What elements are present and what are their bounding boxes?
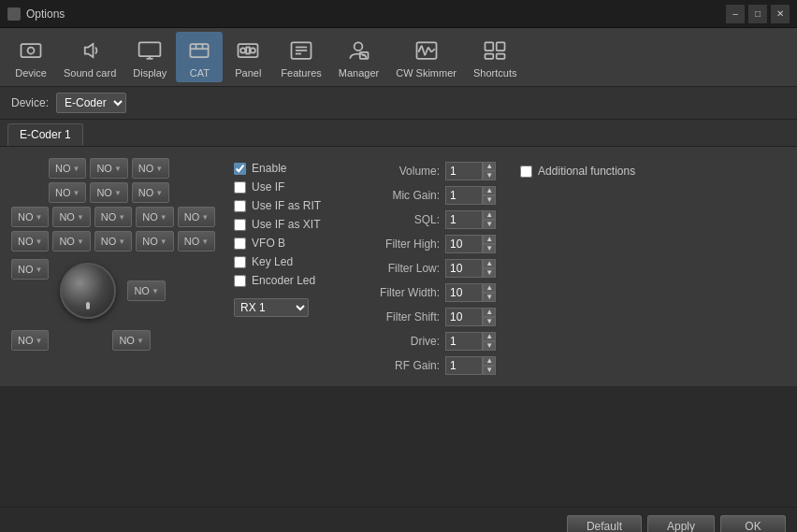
no-btn-1-3[interactable]: NO▼: [132, 158, 169, 179]
drive-down-btn[interactable]: ▼: [483, 341, 496, 351]
arrow-icon: ▼: [114, 165, 122, 173]
filter-width-spinbox: ▲ ▼: [445, 283, 496, 302]
no-btn-3-3[interactable]: NO▼: [136, 207, 173, 227]
filter-width-down-btn[interactable]: ▼: [483, 293, 496, 302]
filter-width-input[interactable]: [445, 283, 483, 302]
no-btn-4-1[interactable]: NO▼: [52, 231, 90, 252]
toolbar-item-features[interactable]: Features: [273, 32, 328, 82]
no-btn-4-0[interactable]: NO▼: [11, 231, 49, 252]
rf-gain-row: RF Gain: ▲ ▼: [365, 356, 635, 375]
encoder-led-row: Encoder Led: [234, 274, 346, 287]
no-btn-1-1[interactable]: NO▼: [49, 158, 86, 179]
filter-low-input[interactable]: [445, 259, 483, 278]
no-btn-4-3[interactable]: NO▼: [136, 231, 173, 252]
no-btn-5-r1[interactable]: NO▼: [127, 280, 165, 301]
use-if-checkbox[interactable]: [234, 181, 246, 194]
filter-high-input[interactable]: [445, 235, 483, 253]
svg-line-23: [425, 48, 428, 56]
svg-rect-27: [497, 42, 505, 50]
default-button[interactable]: Default: [567, 515, 642, 533]
toolbar-item-manager[interactable]: Manager: [331, 32, 386, 82]
key-led-checkbox[interactable]: [234, 256, 246, 268]
toolbar-item-shortcuts[interactable]: Shortcuts: [466, 32, 524, 82]
rf-gain-up-btn[interactable]: ▲: [483, 356, 496, 366]
no-btn-2-3[interactable]: NO▼: [132, 182, 169, 203]
filter-high-spinbox: ▲ ▼: [445, 235, 496, 253]
no-btn-2-2[interactable]: NO▼: [90, 182, 127, 203]
sql-input[interactable]: [445, 210, 483, 229]
sql-up-btn[interactable]: ▲: [483, 210, 496, 220]
filter-shift-input[interactable]: [445, 308, 483, 326]
arrow-icon: ▼: [114, 189, 122, 197]
no-btn-6-0[interactable]: NO▼: [11, 330, 49, 351]
filter-low-down-btn[interactable]: ▼: [483, 268, 496, 278]
device-select[interactable]: E-Coder: [56, 93, 126, 113]
no-btn-3-0[interactable]: NO▼: [11, 207, 49, 227]
no-btn-3-1[interactable]: NO▼: [52, 207, 90, 227]
use-if-label: Use IF: [252, 180, 284, 194]
no-btn-6-r1[interactable]: NO▼: [112, 330, 150, 351]
toolbar-label-shortcuts: Shortcuts: [473, 67, 516, 79]
maximize-button[interactable]: □: [748, 5, 767, 23]
vfo-b-checkbox[interactable]: [234, 237, 246, 250]
mic-gain-down-btn[interactable]: ▼: [483, 195, 496, 205]
enable-checkbox[interactable]: [234, 163, 246, 175]
volume-up-btn[interactable]: ▲: [483, 162, 496, 171]
rx-select[interactable]: RX 1 RX 2: [234, 298, 309, 317]
no-btn-1-2[interactable]: NO▼: [90, 158, 127, 179]
encoder-led-checkbox[interactable]: [234, 275, 246, 287]
volume-row: Volume: ▲ ▼ Additional functions: [365, 162, 635, 180]
additional-functions-checkbox[interactable]: [520, 165, 532, 178]
rf-gain-down-btn[interactable]: ▼: [483, 366, 496, 375]
filter-shift-down-btn[interactable]: ▼: [483, 317, 496, 326]
encoder-knob[interactable]: [60, 263, 116, 319]
toolbar-item-cwskimmer[interactable]: CW Skimmer: [388, 32, 464, 82]
filter-high-up-btn[interactable]: ▲: [483, 235, 496, 244]
drive-up-btn[interactable]: ▲: [483, 332, 496, 341]
no-btn-3-4[interactable]: NO▼: [178, 207, 215, 227]
sound-icon: [75, 36, 105, 65]
svg-line-24: [427, 48, 431, 52]
mic-gain-input[interactable]: [445, 186, 483, 205]
toolbar-label-soundcard: Sound card: [64, 67, 116, 79]
toolbar-item-cat[interactable]: CAT: [176, 32, 223, 82]
toolbar-item-device[interactable]: Device: [7, 32, 54, 82]
no-btn-2-1[interactable]: NO▼: [49, 182, 86, 203]
mic-gain-up-btn[interactable]: ▲: [483, 186, 496, 195]
key-led-row: Key Led: [234, 255, 346, 268]
filter-width-up-btn[interactable]: ▲: [483, 283, 496, 293]
shortcuts-icon: [480, 36, 510, 65]
filter-shift-up-btn[interactable]: ▲: [483, 308, 496, 317]
close-button[interactable]: ✕: [771, 5, 790, 23]
toolbar-label-cat: CAT: [190, 67, 210, 79]
toolbar-label-features: Features: [281, 67, 321, 79]
use-if-rit-checkbox[interactable]: [234, 200, 246, 212]
ok-button[interactable]: OK: [720, 515, 786, 533]
no-btn-5-0[interactable]: NO▼: [11, 259, 49, 280]
tab-ecoder1[interactable]: E-Coder 1: [7, 123, 83, 146]
filter-high-down-btn[interactable]: ▼: [483, 244, 496, 253]
sql-down-btn[interactable]: ▼: [483, 220, 496, 229]
no-btn-4-2[interactable]: NO▼: [94, 231, 132, 252]
drive-label: Drive:: [365, 335, 440, 348]
no-btn-4-4[interactable]: NO▼: [178, 231, 215, 252]
toolbar-item-panel[interactable]: Panel: [225, 32, 271, 82]
volume-input[interactable]: [445, 162, 483, 180]
use-if-xit-checkbox[interactable]: [234, 219, 246, 231]
svg-point-11: [251, 48, 255, 52]
cat-icon: [184, 36, 214, 65]
drive-input[interactable]: [445, 332, 483, 351]
filter-low-up-btn[interactable]: ▲: [483, 259, 496, 268]
no-btn-3-2[interactable]: NO▼: [94, 207, 132, 227]
apply-button[interactable]: Apply: [647, 515, 715, 533]
sql-spinbox: ▲ ▼: [445, 210, 496, 229]
content-wrapper: NO▼ NO▼ NO▼ NO▼ NO▼ NO▼ NO▼ NO▼ NO▼ NO▼ …: [0, 147, 797, 532]
rf-gain-input[interactable]: [445, 356, 483, 375]
toolbar-item-soundcard[interactable]: Sound card: [56, 32, 123, 82]
sql-row: SQL: ▲ ▼: [365, 210, 635, 229]
filter-high-row: Filter High: ▲ ▼: [365, 235, 635, 253]
volume-down-btn[interactable]: ▼: [483, 171, 496, 180]
toolbar-item-display[interactable]: Display: [125, 32, 174, 82]
device-label: Device:: [11, 96, 49, 109]
minimize-button[interactable]: –: [726, 5, 745, 23]
